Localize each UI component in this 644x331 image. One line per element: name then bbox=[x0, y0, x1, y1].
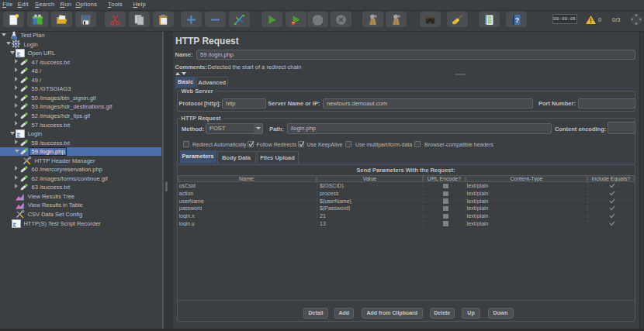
svg-text:?: ? bbox=[514, 16, 519, 24]
